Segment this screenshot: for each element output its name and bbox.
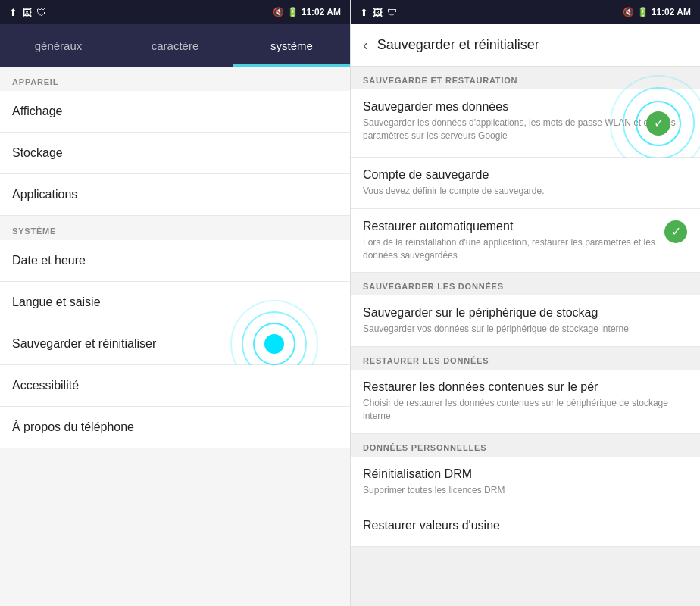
sim-icon: ⬆ (9, 7, 17, 18)
right-photo-icon: 🖼 (373, 7, 383, 18)
item-restaurer-donnees-title: Restaurer les données contenues sur le p… (363, 380, 682, 394)
photo-icon: 🖼 (22, 7, 32, 18)
right-panel: ⬆ 🖼 🛡 🔇 🔋 11:02 AM ‹ Sauvegarder et réin… (350, 0, 700, 606)
left-status-bar: ⬆ 🖼 🛡 🔇 🔋 11:02 AM (0, 0, 350, 24)
ripple-ring-2 (253, 323, 295, 365)
item-sauvegarder-peripherique-title: Sauvegarder sur le périphérique de stock… (363, 306, 682, 320)
right-status-bar: ⬆ 🖼 🛡 🔇 🔋 11:02 AM (351, 0, 700, 24)
restaurer-auto-check-icon: ✓ (664, 220, 688, 244)
item-restaurer-auto-subtitle: Lors de la réinstallation d'une applicat… (363, 236, 658, 262)
tab-systeme[interactable]: système (233, 24, 350, 67)
item-langue-saisie[interactable]: Langue et saisie (0, 282, 350, 323)
section-header-appareil: APPAREIL (0, 67, 350, 91)
section-donnees-personnelles: DONNÉES PERSONNELLES (351, 434, 700, 457)
item-sauvegarder-peripherique-text: Sauvegarder sur le périphérique de stock… (363, 306, 688, 336)
item-applications[interactable]: Applications (0, 174, 350, 216)
right-time: 11:02 AM (652, 7, 691, 17)
section-sauvegarde-restauration: SAUVEGARDE ET RESTAURATION (351, 67, 700, 89)
item-sauvegarder-reinitialiser[interactable]: Sauvegarder et réinitialiser (0, 323, 350, 365)
section-restaurer-donnees: RESTAURER LES DONNÉES (351, 347, 700, 370)
back-button[interactable]: ‹ (363, 36, 368, 54)
right-shield-icon: 🛡 (387, 7, 397, 18)
left-status-icons: ⬆ 🖼 🛡 (9, 7, 46, 18)
item-compte-sauvegarde[interactable]: Compte de sauvegarde Vous devez définir … (351, 158, 700, 209)
section-sauvegarder-donnees: SAUVEGARDER LES DONNÉES (351, 273, 700, 295)
left-battery-icon: 🔋 (287, 7, 298, 17)
item-restaurer-auto[interactable]: Restaurer automatiquement Lors de la réi… (351, 209, 700, 273)
item-restaurer-usine[interactable]: Restaurer valeurs d'usine (351, 508, 700, 547)
item-compte-sauvegarde-text: Compte de sauvegarde Vous devez définir … (363, 168, 688, 198)
right-battery-icon: 🔋 (637, 7, 648, 17)
item-reinitialisation-drm-title: Réinitialisation DRM (363, 467, 682, 481)
left-time: 11:02 AM (302, 7, 341, 17)
check-icon: ✓ (664, 220, 687, 243)
right-volume-icon: 🔇 (623, 7, 634, 17)
item-restaurer-donnees-text: Restaurer les données contenues sur le p… (363, 380, 688, 423)
left-volume-icon: 🔇 (273, 7, 284, 17)
item-sauvegarder-peripherique-subtitle: Sauvegarder vos données sur le périphéri… (363, 323, 682, 336)
item-compte-sauvegarde-subtitle: Vous devez définir le compte de sauvegar… (363, 185, 682, 198)
section-header-systeme: SYSTÈME (0, 216, 350, 240)
toolbar-title: Sauvegarder et réinitialiser (377, 37, 539, 53)
item-a-propos[interactable]: À propos du téléphone (0, 407, 350, 448)
item-sauvegarder-periperhique[interactable]: Sauvegarder sur le périphérique de stock… (351, 295, 700, 347)
item-affichage[interactable]: Affichage (0, 91, 350, 133)
item-reinitialisation-drm-text: Réinitialisation DRM Supprimer toutes le… (363, 467, 688, 497)
item-date-heure[interactable]: Date et heure (0, 240, 350, 282)
tab-caractere[interactable]: caractère (117, 24, 233, 67)
item-reinitialisation-drm[interactable]: Réinitialisation DRM Supprimer toutes le… (351, 457, 700, 508)
right-status-right: 🔇 🔋 11:02 AM (623, 7, 691, 17)
item-restaurer-usine-title: Restaurer valeurs d'usine (363, 519, 682, 533)
right-content: SAUVEGARDE ET RESTAURATION Sauvegarder m… (351, 67, 700, 606)
right-status-icons: ⬆ 🖼 🛡 (360, 7, 397, 18)
item-stockage[interactable]: Stockage (0, 133, 350, 174)
item-restaurer-auto-title: Restaurer automatiquement (363, 220, 658, 233)
item-reinitialisation-drm-subtitle: Supprimer toutes les licences DRM (363, 484, 682, 497)
item-restaurer-usine-text: Restaurer valeurs d'usine (363, 519, 688, 536)
toolbar: ‹ Sauvegarder et réinitialiser (351, 24, 700, 67)
item-sauvegarder-donnees-subtitle: Sauvegarder les données d'applications, … (363, 117, 682, 142)
item-restaurer-auto-text: Restaurer automatiquement Lors de la réi… (363, 220, 664, 262)
item-restaurer-donnees[interactable]: Restaurer les données contenues sur le p… (351, 370, 700, 434)
item-compte-sauvegarde-title: Compte de sauvegarde (363, 168, 682, 182)
tab-generaux[interactable]: généraux (0, 24, 117, 67)
tabs-bar: généraux caractère système (0, 24, 350, 67)
left-status-right: 🔇 🔋 11:02 AM (273, 7, 341, 17)
settings-list: APPAREIL Affichage Stockage Applications… (0, 67, 350, 606)
item-sauvegarder-donnees-text: Sauvegarder mes données Sauvegarder les … (363, 100, 688, 142)
item-restaurer-donnees-subtitle: Choisir de restaurer les données contenu… (363, 397, 682, 423)
right-sim-icon: ⬆ (360, 7, 368, 18)
shield-icon: 🛡 (36, 7, 46, 18)
left-panel: ⬆ 🖼 🛡 🔇 🔋 11:02 AM généraux caractère sy… (0, 0, 350, 606)
item-sauvegarder-donnees[interactable]: Sauvegarder mes données Sauvegarder les … (351, 89, 700, 158)
ripple-dot (264, 334, 284, 354)
item-accessibilite[interactable]: Accessibilité (0, 365, 350, 407)
item-sauvegarder-donnees-title: Sauvegarder mes données (363, 100, 682, 114)
